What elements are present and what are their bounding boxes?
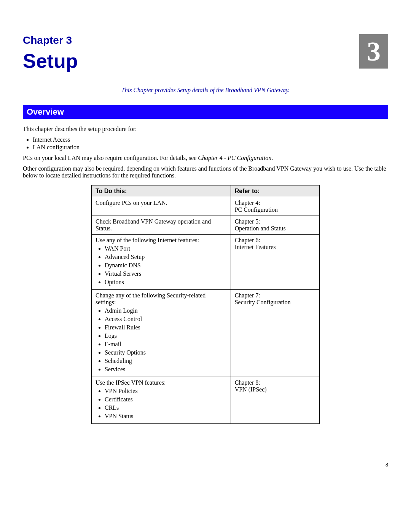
ref-chapter: Chapter 6:	[235, 237, 315, 244]
task-text: Use the IPSec VPN features:	[96, 379, 166, 386]
list-item: E-mail	[105, 341, 227, 348]
list-item: Firewall Rules	[105, 324, 227, 331]
list-item: Options	[105, 279, 227, 286]
list-item: Access Control	[105, 316, 227, 323]
table-cell-task: Use any of the following Internet featur…	[92, 235, 231, 290]
ref-title: Operation and Status	[235, 225, 315, 232]
chapter-title-block: Chapter 3 Setup	[23, 23, 78, 83]
list-item: Virtual Servers	[105, 270, 227, 277]
ref-title: Internet Features	[235, 244, 315, 251]
table-header-task: To Do this:	[92, 185, 231, 197]
task-sublist: Admin LoginAccess ControlFirewall RulesL…	[96, 307, 227, 373]
table-cell-ref: Chapter 4:PC Configuration	[231, 197, 319, 216]
table-cell-task: Use the IPSec VPN features:VPN PoliciesC…	[92, 377, 231, 424]
ref-chapter: Chapter 7:	[235, 292, 315, 299]
table-cell-task: Configure PCs on your LAN.	[92, 197, 231, 216]
table-row: Change any of the following Security-rel…	[92, 290, 320, 377]
ref-chapter: Chapter 4:	[235, 200, 315, 206]
task-text: Configure PCs on your LAN.	[96, 200, 167, 206]
chapter-intro: This Chapter provides Setup details of t…	[23, 87, 388, 94]
task-sublist: WAN PortAdvanced SetupDynamic DNSVirtual…	[96, 245, 227, 286]
table-header-ref: Refer to:	[231, 185, 319, 197]
list-item: WAN Port	[105, 245, 227, 252]
list-item: Logs	[105, 332, 227, 339]
ref-title: VPN (IPSec)	[235, 386, 315, 393]
task-text: Change any of the following Security-rel…	[96, 292, 206, 305]
list-item: VPN Status	[105, 413, 227, 420]
paragraph-other-config: Other configuration may also be required…	[23, 165, 388, 179]
page-number: 8	[23, 462, 388, 468]
section-heading-overview: Overview	[23, 105, 388, 119]
chapter-title: Setup	[23, 50, 78, 72]
intro-list: Internet Access LAN configuration	[23, 136, 388, 151]
reference-table: To Do this: Refer to: Configure PCs on y…	[91, 185, 320, 424]
ref-chapter: Chapter 5:	[235, 218, 315, 225]
table-cell-ref: Chapter 5:Operation and Status	[231, 216, 319, 235]
ref-title: PC Configuration	[235, 206, 315, 213]
table-cell-ref: Chapter 8:VPN (IPSec)	[231, 377, 319, 424]
chapter-reference: Chapter 4 - PC Configuration	[198, 155, 271, 161]
task-sublist: VPN PoliciesCertificatesCRLsVPN Status	[96, 388, 227, 420]
table-row: Use the IPSec VPN features:VPN PoliciesC…	[92, 377, 320, 424]
list-item: CRLs	[105, 404, 227, 411]
chapter-header: Chapter 3 Setup 3	[23, 23, 388, 83]
list-item: Scheduling	[105, 358, 227, 364]
list-item: VPN Policies	[105, 388, 227, 395]
table-cell-ref: Chapter 7:Security Configuration	[231, 290, 319, 377]
chapter-number-box: 3	[359, 34, 388, 69]
paragraph-pc-config: PCs on your local LAN may also require c…	[23, 155, 388, 161]
table-header-row: To Do this: Refer to:	[92, 185, 320, 197]
ref-title: Security Configuration	[235, 299, 315, 306]
ref-chapter: Chapter 8:	[235, 379, 315, 386]
text: PCs on your local LAN may also require c…	[23, 155, 198, 161]
list-item: Advanced Setup	[105, 254, 227, 260]
table-cell-task: Check Broadband VPN Gateway operation an…	[92, 216, 231, 235]
list-item: Internet Access	[33, 136, 388, 143]
text: .	[271, 155, 273, 161]
list-item: Services	[105, 366, 227, 373]
table-row: Check Broadband VPN Gateway operation an…	[92, 216, 320, 235]
paragraph-intro: This chapter describes the setup procedu…	[23, 126, 388, 133]
table-cell-task: Change any of the following Security-rel…	[92, 290, 231, 377]
list-item: LAN configuration	[33, 144, 388, 151]
task-text: Check Broadband VPN Gateway operation an…	[96, 218, 211, 232]
table-cell-ref: Chapter 6:Internet Features	[231, 235, 319, 290]
list-item: Security Options	[105, 349, 227, 356]
task-text: Use any of the following Internet featur…	[96, 237, 199, 243]
table-row: Use any of the following Internet featur…	[92, 235, 320, 290]
list-item: Dynamic DNS	[105, 262, 227, 269]
table-row: Configure PCs on your LAN.Chapter 4:PC C…	[92, 197, 320, 216]
list-item: Admin Login	[105, 307, 227, 314]
chapter-label: Chapter 3	[23, 34, 78, 46]
list-item: Certificates	[105, 396, 227, 403]
